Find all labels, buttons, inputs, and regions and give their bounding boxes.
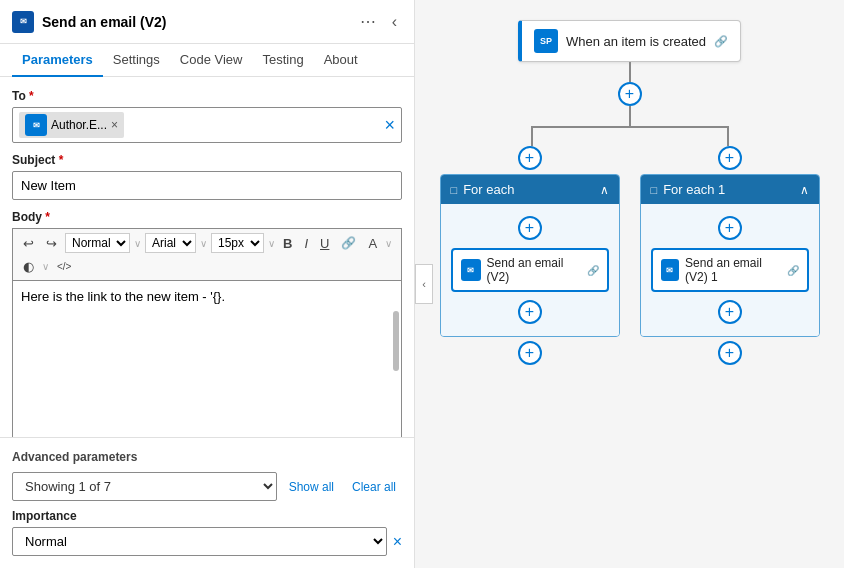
bold-button[interactable]: B [279,234,296,253]
body-content: Here is the link to the new item - '{}. [21,289,225,304]
foreach-2-add-bottom-button[interactable]: + [718,300,742,324]
left-branch-v-line [531,126,533,146]
right-canvas: ‹ SP When an item is created 🔗 + [415,0,844,568]
canvas-collapse-button[interactable]: ‹ [415,264,433,304]
branch-1: + □ For each ∧ + ✉ Send an email [440,146,620,365]
foreach-2-label: For each 1 [663,182,725,197]
foreach-1-header: □ For each ∧ [441,175,619,204]
foreach-2-icon: □ [651,184,658,196]
foreach-1-add-top-button[interactable]: + [518,216,542,240]
importance-clear-button[interactable]: × [393,533,402,551]
font-select[interactable]: Arial [145,233,196,253]
subject-input[interactable] [12,171,402,200]
foreach-2-body: + ✉ Send an email (V2) 1 🔗 + [641,204,819,336]
to-field-clear-button[interactable]: × [384,115,395,136]
foreach-2-collapse-button[interactable]: ∧ [800,183,809,197]
panel-header: ✉ Send an email (V2) ⋯ ‹ [0,0,414,44]
underline-button[interactable]: U [316,234,333,253]
font-color-chevron-icon: ∨ [385,238,392,249]
email-node-1-icon: ✉ [461,259,481,281]
importance-select[interactable]: Normal [12,527,387,556]
email-node-2-label: Send an email (V2) 1 [685,256,780,284]
to-tag: ✉ Author.E... × [19,112,124,138]
h-branch-line [531,126,729,128]
tab-parameters[interactable]: Parameters [12,44,103,77]
body-toolbar: ↩ ↪ Normal ∨ Arial ∨ 15px ∨ B I U 🔗 A [12,228,402,280]
tab-code-view[interactable]: Code View [170,44,253,77]
branches-row: + □ For each ∧ + ✉ Send an email [440,126,820,365]
add-after-foreach-1-button[interactable]: + [518,341,542,365]
highlight-chevron-icon: ∨ [42,261,49,272]
trigger-node[interactable]: SP When an item is created 🔗 [518,20,741,62]
size-select[interactable]: 15px [211,233,264,253]
panel-body: To ✉ Author.E... × × Subject Body ↩ ↪ No… [0,77,414,437]
trigger-link-icon: 🔗 [714,35,728,48]
to-label: To [12,89,402,103]
more-options-button[interactable]: ⋯ [355,10,381,33]
collapse-panel-button[interactable]: ‹ [387,11,402,33]
clear-all-button[interactable]: Clear all [346,476,402,498]
add-before-foreach-button[interactable]: + [518,146,542,170]
italic-button[interactable]: I [300,234,312,253]
right-branch-v-line [727,126,729,146]
tab-testing[interactable]: Testing [252,44,313,77]
highlight-button[interactable]: ◐ [19,257,38,276]
foreach-2-add-top-button[interactable]: + [718,216,742,240]
advanced-parameters-label: Advanced parameters [12,450,402,464]
subject-label: Subject [12,153,402,167]
tag-remove-button[interactable]: × [111,118,118,132]
branches-container: + □ For each ∧ + ✉ Send an email [440,126,820,365]
foreach-1-add-bottom-button[interactable]: + [518,300,542,324]
branch-2: + □ For each 1 ∧ + ✉ Send an ema [640,146,820,365]
tab-settings[interactable]: Settings [103,44,170,77]
importance-label: Importance [12,509,402,523]
size-chevron-icon: ∨ [268,238,275,249]
email-node-2-link-icon: 🔗 [787,265,799,276]
redo-button[interactable]: ↪ [42,234,61,253]
add-step-button-1[interactable]: + [618,82,642,106]
body-scrollbar[interactable] [393,311,399,371]
foreach-2-header: □ For each 1 ∧ [641,175,819,204]
foreach-1-icon: □ [451,184,458,196]
add-before-foreach1-button[interactable]: + [718,146,742,170]
email-node-1-link-icon: 🔗 [587,265,599,276]
foreach-1-collapse-button[interactable]: ∧ [600,183,609,197]
tag-label: Author.E... [51,118,107,132]
tag-icon: ✉ [25,114,47,136]
link-button[interactable]: 🔗 [337,234,360,252]
style-chevron-icon: ∨ [134,238,141,249]
font-color-button[interactable]: A [364,234,381,253]
email-node-1[interactable]: ✉ Send an email (V2) 🔗 [451,248,609,292]
to-field[interactable]: ✉ Author.E... × × [12,107,402,143]
add-after-foreach-2-button[interactable]: + [718,341,742,365]
left-panel: ✉ Send an email (V2) ⋯ ‹ Parameters Sett… [0,0,415,568]
advanced-section: Advanced parameters Showing 1 of 7 Show … [0,437,414,568]
undo-button[interactable]: ↩ [19,234,38,253]
advanced-showing-select[interactable]: Showing 1 of 7 [12,472,277,501]
connector-1 [629,62,631,82]
show-all-button[interactable]: Show all [283,476,340,498]
tab-bar: Parameters Settings Code View Testing Ab… [0,44,414,77]
importance-row: Normal × [12,527,402,556]
foreach-2-node[interactable]: □ For each 1 ∧ + ✉ Send an email (V2) 1 … [640,174,820,337]
trigger-node-label: When an item is created [566,34,706,49]
body-section: Body ↩ ↪ Normal ∨ Arial ∨ 15px ∨ B I U [12,210,402,437]
tab-about[interactable]: About [314,44,368,77]
email-node-2[interactable]: ✉ Send an email (V2) 1 🔗 [651,248,809,292]
code-button[interactable]: </> [53,259,75,274]
email-node-2-icon: ✉ [661,259,680,281]
foreach-1-node[interactable]: □ For each ∧ + ✉ Send an email (V2) 🔗 [440,174,620,337]
connector-2 [629,106,631,126]
trigger-node-icon: SP [534,29,558,53]
foreach-1-label: For each [463,182,514,197]
panel-title: Send an email (V2) [42,14,347,30]
foreach-1-body: + ✉ Send an email (V2) 🔗 + [441,204,619,336]
body-label: Body [12,210,402,224]
style-select[interactable]: Normal [65,233,130,253]
app-icon: ✉ [12,11,34,33]
body-editor[interactable]: Here is the link to the new item - '{}. [12,280,402,437]
advanced-controls-row: Showing 1 of 7 Show all Clear all [12,472,402,501]
font-chevron-icon: ∨ [200,238,207,249]
flow-canvas: SP When an item is created 🔗 + + [435,20,824,365]
header-actions: ⋯ ‹ [355,10,402,33]
